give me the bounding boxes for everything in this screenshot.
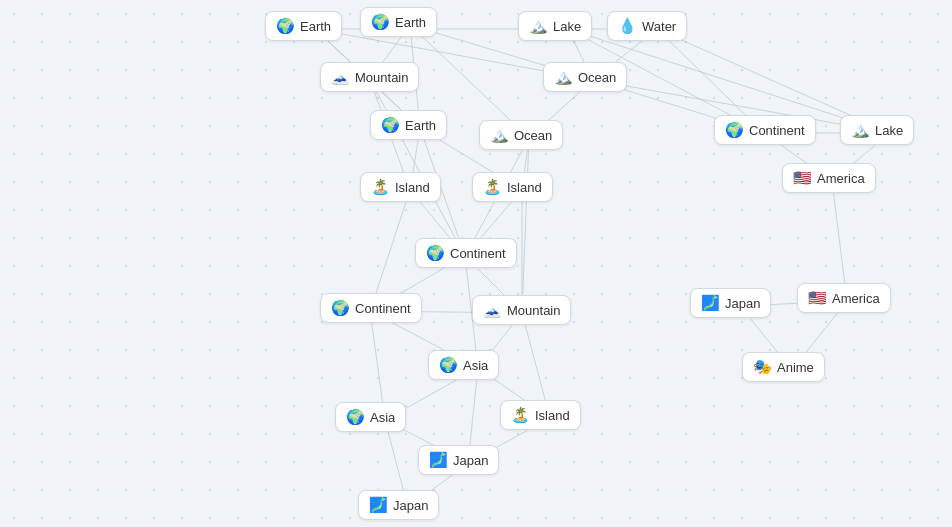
node-label-n15: Continent <box>355 301 411 316</box>
node-emoji-n5: 🗻 <box>331 68 350 86</box>
node-earth-n2[interactable]: 🌍Earth <box>360 7 437 37</box>
node-label-n1: Earth <box>300 19 331 34</box>
node-emoji-n19: 🌍 <box>439 356 458 374</box>
node-japan-n23[interactable]: 🗾Japan <box>418 445 499 475</box>
node-label-n10: Lake <box>875 123 903 138</box>
node-japan-n17[interactable]: 🗾Japan <box>690 288 771 318</box>
node-emoji-n11: 🏝️ <box>371 178 390 196</box>
node-label-n22: Island <box>535 408 570 423</box>
node-emoji-n1: 🌍 <box>276 17 295 35</box>
node-label-n16: Mountain <box>507 303 560 318</box>
node-emoji-n23: 🗾 <box>429 451 448 469</box>
node-ocean-n6[interactable]: 🏔️Ocean <box>543 62 627 92</box>
node-mountain-n5[interactable]: 🗻Mountain <box>320 62 419 92</box>
node-asia-n19[interactable]: 🌍Asia <box>428 350 499 380</box>
node-label-n12: Island <box>507 180 542 195</box>
node-emoji-n22: 🏝️ <box>511 406 530 424</box>
node-label-n21: Asia <box>370 410 395 425</box>
node-label-n6: Ocean <box>578 70 616 85</box>
node-emoji-n20: 🎭 <box>753 358 772 376</box>
node-label-n4: Water <box>642 19 676 34</box>
node-emoji-n8: 🏔️ <box>490 126 509 144</box>
node-emoji-n17: 🗾 <box>701 294 720 312</box>
node-label-n3: Lake <box>553 19 581 34</box>
node-japan-n24[interactable]: 🗾Japan <box>358 490 439 520</box>
node-label-n17: Japan <box>725 296 760 311</box>
node-label-n23: Japan <box>453 453 488 468</box>
node-emoji-n3: 🏔️ <box>529 17 548 35</box>
node-emoji-n21: 🌍 <box>346 408 365 426</box>
node-emoji-n12: 🏝️ <box>483 178 502 196</box>
node-island-n12[interactable]: 🏝️Island <box>472 172 553 202</box>
node-water-n4[interactable]: 💧Water <box>607 11 687 41</box>
node-ocean-n8[interactable]: 🏔️Ocean <box>479 120 563 150</box>
node-emoji-n10: 🏔️ <box>851 121 870 139</box>
node-asia-n21[interactable]: 🌍Asia <box>335 402 406 432</box>
node-emoji-n9: 🌍 <box>725 121 744 139</box>
node-earth-n7[interactable]: 🌍Earth <box>370 110 447 140</box>
node-label-n9: Continent <box>749 123 805 138</box>
node-america-n18[interactable]: 🇺🇸America <box>797 283 891 313</box>
node-label-n8: Ocean <box>514 128 552 143</box>
node-label-n11: Island <box>395 180 430 195</box>
node-emoji-n7: 🌍 <box>381 116 400 134</box>
node-label-n2: Earth <box>395 15 426 30</box>
node-emoji-n16: 🗻 <box>483 301 502 319</box>
node-continent-n14[interactable]: 🌍Continent <box>415 238 517 268</box>
node-label-n14: Continent <box>450 246 506 261</box>
node-emoji-n18: 🇺🇸 <box>808 289 827 307</box>
node-emoji-n2: 🌍 <box>371 13 390 31</box>
node-america-n13[interactable]: 🇺🇸America <box>782 163 876 193</box>
node-label-n13: America <box>817 171 865 186</box>
node-anime-n20[interactable]: 🎭Anime <box>742 352 825 382</box>
node-emoji-n6: 🏔️ <box>554 68 573 86</box>
node-label-n5: Mountain <box>355 70 408 85</box>
node-earth-n1[interactable]: 🌍Earth <box>265 11 342 41</box>
node-island-n11[interactable]: 🏝️Island <box>360 172 441 202</box>
node-mountain-n16[interactable]: 🗻Mountain <box>472 295 571 325</box>
node-label-n18: America <box>832 291 880 306</box>
node-label-n20: Anime <box>777 360 814 375</box>
node-label-n24: Japan <box>393 498 428 513</box>
node-emoji-n15: 🌍 <box>331 299 350 317</box>
node-continent-n9[interactable]: 🌍Continent <box>714 115 816 145</box>
node-lake-n3[interactable]: 🏔️Lake <box>518 11 592 41</box>
node-continent-n15[interactable]: 🌍Continent <box>320 293 422 323</box>
node-label-n19: Asia <box>463 358 488 373</box>
node-lake-n10[interactable]: 🏔️Lake <box>840 115 914 145</box>
node-label-n7: Earth <box>405 118 436 133</box>
node-island-n22[interactable]: 🏝️Island <box>500 400 581 430</box>
node-emoji-n13: 🇺🇸 <box>793 169 812 187</box>
node-emoji-n4: 💧 <box>618 17 637 35</box>
node-emoji-n14: 🌍 <box>426 244 445 262</box>
node-emoji-n24: 🗾 <box>369 496 388 514</box>
